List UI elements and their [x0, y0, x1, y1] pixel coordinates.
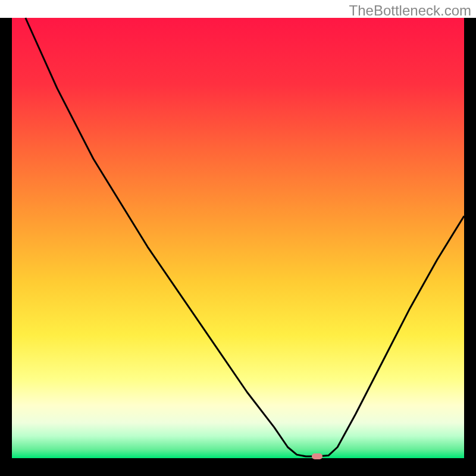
optimal-marker — [312, 453, 322, 459]
watermark-text: TheBottleneck.com — [349, 2, 471, 19]
svg-rect-2 — [12, 18, 464, 458]
bottleneck-chart: TheBottleneck.com — [0, 0, 476, 476]
chart-svg — [0, 0, 476, 476]
